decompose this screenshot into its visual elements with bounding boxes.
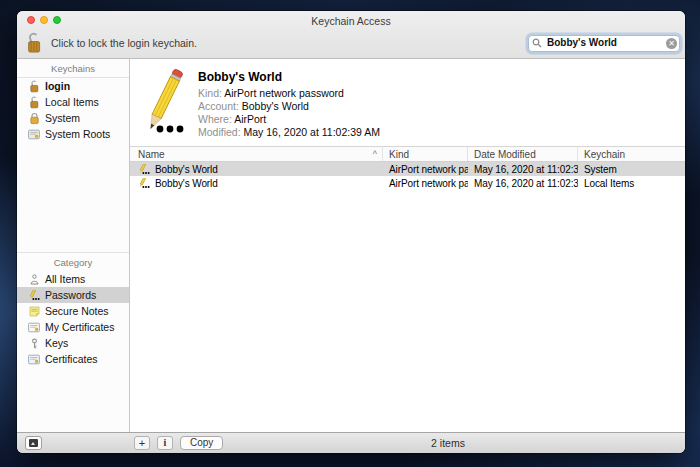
sidebar-item-system[interactable]: System	[17, 110, 129, 126]
column-header-name[interactable]: Name ^	[130, 147, 383, 161]
detail-text: Bobby's World Kind: AirPort network pass…	[198, 64, 380, 146]
sidebar-item-local-items[interactable]: Local Items	[17, 94, 129, 110]
field-value: May 16, 2020 at 11:02:39 AM	[244, 126, 380, 138]
sidebar-item-label: Secure Notes	[45, 305, 109, 317]
info-button[interactable]: i	[157, 436, 173, 450]
field-label: Where:	[198, 113, 232, 125]
cell-name-text: Bobby's World	[155, 178, 218, 189]
copy-button[interactable]: Copy	[180, 436, 223, 450]
sidebar-item-my-certificates[interactable]: My Certificates	[17, 319, 129, 335]
field-value: AirPort	[234, 113, 266, 125]
keychain-locked-icon	[28, 112, 40, 125]
detail-title: Bobby's World	[198, 70, 380, 84]
sidebar-item-label: System	[45, 112, 80, 124]
column-label: Name	[138, 149, 165, 160]
table-row-system[interactable]: Bobby's World AirPort network pas... May…	[130, 162, 685, 176]
field-label: Kind:	[198, 87, 222, 99]
detail-field-where: Where: AirPort	[198, 113, 380, 126]
detail-field-account: Account: Bobby's World	[198, 100, 380, 113]
sidebar-item-label: System Roots	[45, 128, 110, 140]
sidebar-item-all-items[interactable]: All Items	[17, 271, 129, 287]
minimize-button[interactable]	[40, 16, 48, 24]
bottom-bar: + i Copy 2 items	[17, 432, 685, 453]
field-value: Bobby's World	[242, 100, 309, 112]
sidebar-item-label: login	[45, 80, 70, 92]
column-header-kind[interactable]: Kind	[383, 147, 468, 161]
toggle-pane-button[interactable]	[25, 436, 42, 450]
sidebar-item-passwords[interactable]: Passwords	[17, 287, 129, 303]
password-item-icon	[138, 164, 150, 175]
sidebar-item-certificates[interactable]: Certificates	[17, 351, 129, 367]
sidebar-item-label: All Items	[45, 273, 85, 285]
column-label: Kind	[389, 149, 409, 160]
keychains-header: Keychains	[17, 59, 129, 78]
detail-field-modified: Modified: May 16, 2020 at 11:02:39 AM	[198, 126, 380, 139]
sort-ascending-icon: ^	[373, 149, 377, 159]
secure-note-icon	[28, 306, 40, 317]
detail-panel: Bobby's World Kind: AirPort network pass…	[130, 59, 685, 147]
all-items-icon	[28, 274, 40, 285]
cell-date-modified: May 16, 2020 at 11:02:39...	[468, 176, 578, 190]
column-label: Date Modified	[474, 149, 536, 160]
passwords-pencil-icon	[28, 290, 40, 301]
keychain-unlocked-icon	[28, 80, 40, 93]
detail-field-kind: Kind: AirPort network password	[198, 87, 380, 100]
clear-search-icon[interactable]: ✕	[666, 38, 677, 49]
sidebar-item-system-roots[interactable]: System Roots	[17, 126, 129, 142]
cell-kind: AirPort network pas...	[383, 162, 468, 176]
close-button[interactable]	[27, 16, 35, 24]
toolbar: Click to lock the login keychain. ✕	[17, 30, 685, 59]
column-header-keychain[interactable]: Keychain	[578, 147, 685, 161]
sidebar-item-label: Passwords	[45, 289, 96, 301]
sidebar-item-secure-notes[interactable]: Secure Notes	[17, 303, 129, 319]
titlebar[interactable]: Keychain Access	[17, 11, 685, 30]
unlocked-padlock-icon[interactable]	[26, 32, 43, 54]
field-label: Account:	[198, 100, 239, 112]
certificate-icon	[28, 354, 40, 365]
magnifier-icon	[532, 38, 542, 50]
sidebar-item-keys[interactable]: Keys	[17, 335, 129, 351]
certificate-icon	[28, 322, 40, 333]
sidebar: Keychains login Local Items	[17, 59, 130, 432]
column-header-date-modified[interactable]: Date Modified	[468, 147, 578, 161]
add-item-button[interactable]: +	[134, 436, 150, 450]
zoom-button[interactable]	[53, 16, 61, 24]
item-count-status: 2 items	[417, 437, 479, 449]
cell-name: Bobby's World	[130, 176, 383, 190]
window-title: Keychain Access	[311, 15, 390, 27]
certificate-icon	[28, 129, 40, 140]
main-area: Bobby's World Kind: AirPort network pass…	[130, 59, 685, 432]
table-row-local-items[interactable]: Bobby's World AirPort network pas... May…	[130, 176, 685, 190]
key-icon	[28, 338, 40, 349]
field-value: AirPort network password	[224, 87, 344, 99]
table-empty-area	[130, 190, 685, 432]
cell-name-text: Bobby's World	[155, 164, 218, 175]
window-chrome: Keychain Access Click to lock the login …	[17, 11, 685, 59]
sidebar-item-label: My Certificates	[45, 321, 114, 333]
cell-keychain: System	[578, 162, 685, 176]
cell-date-modified: May 16, 2020 at 11:02:39...	[468, 162, 578, 176]
password-item-icon	[138, 178, 150, 189]
category-header: Category	[17, 252, 129, 271]
panel-image-icon	[29, 439, 38, 447]
lock-message[interactable]: Click to lock the login keychain.	[51, 37, 197, 49]
sidebar-item-login[interactable]: login	[17, 78, 129, 94]
keychain-access-window: Keychain Access Click to lock the login …	[17, 11, 685, 453]
sidebar-item-label: Certificates	[45, 353, 98, 365]
traffic-lights	[27, 16, 61, 24]
search-input[interactable]	[528, 35, 680, 52]
sidebar-spacer	[17, 142, 129, 252]
sidebar-item-label: Local Items	[45, 96, 99, 108]
table-header: Name ^ Kind Date Modified Keychain	[130, 147, 685, 162]
cell-kind: AirPort network pas...	[383, 176, 468, 190]
sidebar-item-label: Keys	[45, 337, 68, 349]
cell-keychain: Local Items	[578, 176, 685, 190]
keychain-unlocked-icon	[28, 96, 40, 109]
column-label: Keychain	[584, 149, 625, 160]
password-item-large-icon	[140, 64, 198, 146]
field-label: Modified:	[198, 126, 241, 138]
cell-name: Bobby's World	[130, 162, 383, 176]
search-field: ✕	[528, 35, 680, 52]
